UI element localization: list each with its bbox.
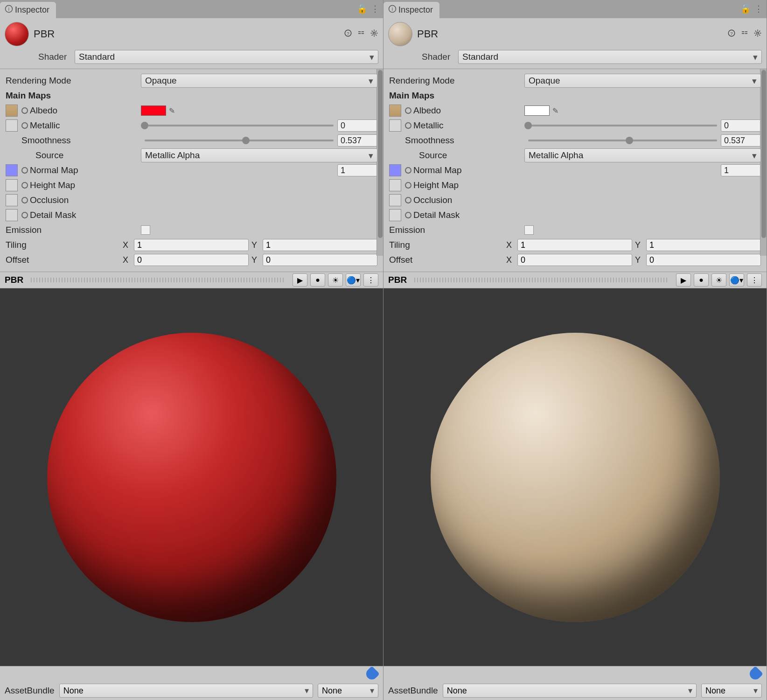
detail-mask-label: Detail Mask (413, 210, 460, 220)
tiling-y-input[interactable] (263, 239, 377, 251)
normal-input[interactable] (721, 164, 761, 176)
y-label: Y (635, 255, 643, 265)
offset-y-input[interactable] (263, 254, 377, 266)
emission-checkbox[interactable] (524, 225, 534, 235)
play-button[interactable]: ▶ (293, 273, 307, 287)
offset-x-input[interactable] (134, 254, 249, 266)
albedo-texture-slot[interactable] (6, 105, 18, 117)
offset-label: Offset (6, 255, 29, 265)
assetbundle-variant-dropdown[interactable]: None (318, 684, 378, 698)
gear-icon[interactable] (753, 29, 762, 40)
assetbundle-dropdown[interactable]: None (443, 684, 697, 698)
material-preview[interactable] (0, 288, 383, 666)
rendering-mode-dropdown[interactable]: Opaque (524, 74, 761, 88)
metallic-input[interactable] (721, 119, 761, 132)
smoothness-input[interactable] (721, 134, 761, 147)
y-label: Y (251, 240, 260, 250)
svg-point-8 (373, 32, 376, 34)
reflection-button[interactable]: 🔵▾ (346, 273, 361, 287)
asset-label-icon[interactable] (364, 666, 380, 682)
tiling-x-input[interactable] (134, 239, 249, 251)
smoothness-slider[interactable] (145, 140, 334, 141)
tiling-x-input[interactable] (517, 239, 632, 251)
shader-dropdown[interactable]: Standard (75, 50, 378, 64)
preview-menu-button[interactable]: ⋮ (747, 273, 762, 287)
smoothness-input[interactable] (337, 134, 377, 147)
occlusion-texture-slot[interactable] (6, 194, 18, 206)
texture-picker-icon[interactable] (21, 197, 28, 203)
eyedropper-icon[interactable]: ✎ (550, 105, 561, 116)
rendering-mode-dropdown[interactable]: Opaque (141, 74, 377, 88)
texture-picker-icon[interactable] (21, 167, 28, 174)
material-thumbnail[interactable] (5, 22, 29, 46)
metallic-input[interactable] (337, 119, 377, 132)
preset-icon[interactable] (357, 29, 365, 40)
offset-y-input[interactable] (646, 254, 761, 266)
preview-sphere (431, 333, 720, 622)
texture-picker-icon[interactable] (405, 122, 411, 129)
shape-button[interactable]: ● (310, 273, 325, 287)
preset-icon[interactable] (740, 29, 749, 40)
assetbundle-variant-dropdown[interactable]: None (701, 684, 762, 698)
help-icon[interactable]: ? (344, 29, 352, 40)
albedo-color-swatch[interactable] (524, 105, 550, 116)
help-icon[interactable]: ? (727, 29, 736, 40)
shape-button[interactable]: ● (694, 273, 709, 287)
source-dropdown[interactable]: Metallic Alpha (524, 148, 761, 162)
source-dropdown[interactable]: Metallic Alpha (141, 148, 377, 162)
normal-map-label: Normal Map (30, 165, 78, 175)
preview-menu-button[interactable]: ⋮ (363, 273, 378, 287)
play-button[interactable]: ▶ (676, 273, 691, 287)
offset-x-input[interactable] (517, 254, 632, 266)
texture-picker-icon[interactable] (405, 107, 411, 114)
normal-texture-slot[interactable] (6, 164, 18, 176)
smoothness-slider[interactable] (528, 140, 717, 141)
scrollbar[interactable] (377, 69, 383, 256)
metallic-texture-slot[interactable] (389, 119, 401, 132)
emission-checkbox[interactable] (141, 225, 150, 235)
texture-picker-icon[interactable] (21, 212, 28, 218)
metallic-texture-slot[interactable] (6, 119, 18, 132)
material-thumbnail[interactable] (388, 22, 412, 46)
shader-dropdown[interactable]: Standard (458, 50, 762, 64)
emission-label: Emission (6, 225, 42, 235)
tiling-y-input[interactable] (646, 239, 761, 251)
gear-icon[interactable] (370, 29, 378, 40)
metallic-slider[interactable] (528, 125, 717, 126)
lighting-button[interactable]: ☀ (711, 273, 726, 287)
texture-picker-icon[interactable] (21, 107, 28, 114)
lock-icon[interactable]: 🔓 (357, 4, 367, 14)
lock-icon[interactable]: 🔓 (740, 4, 751, 14)
albedo-color-swatch[interactable] (141, 105, 166, 116)
detail-mask-texture-slot[interactable] (6, 209, 18, 221)
normal-texture-slot[interactable] (389, 164, 401, 176)
texture-picker-icon[interactable] (405, 167, 411, 174)
menu-icon[interactable]: ⋮ (371, 4, 379, 14)
asset-label-icon[interactable] (747, 666, 763, 682)
metallic-slider[interactable] (145, 125, 334, 126)
drag-handle[interactable] (31, 278, 285, 282)
scrollbar[interactable] (760, 69, 767, 256)
occlusion-texture-slot[interactable] (389, 194, 401, 206)
texture-picker-icon[interactable] (21, 122, 28, 129)
texture-picker-icon[interactable] (405, 197, 411, 203)
height-map-label: Height Map (30, 180, 75, 190)
assetbundle-dropdown[interactable]: None (59, 684, 313, 698)
texture-picker-icon[interactable] (405, 182, 411, 189)
reflection-button[interactable]: 🔵▾ (729, 273, 744, 287)
detail-mask-texture-slot[interactable] (389, 209, 401, 221)
texture-picker-icon[interactable] (405, 212, 411, 218)
menu-icon[interactable]: ⋮ (754, 4, 763, 14)
height-texture-slot[interactable] (389, 179, 401, 191)
main-maps-header: Main Maps (6, 91, 141, 101)
albedo-texture-slot[interactable] (389, 105, 401, 117)
material-preview[interactable] (384, 288, 767, 666)
lighting-button[interactable]: ☀ (328, 273, 343, 287)
eyedropper-icon[interactable]: ✎ (166, 105, 177, 116)
inspector-tab[interactable]: i Inspector (384, 2, 439, 18)
inspector-tab[interactable]: i Inspector (0, 2, 56, 18)
height-texture-slot[interactable] (6, 179, 18, 191)
normal-input[interactable] (337, 164, 377, 176)
texture-picker-icon[interactable] (21, 182, 28, 189)
drag-handle[interactable] (414, 278, 669, 282)
